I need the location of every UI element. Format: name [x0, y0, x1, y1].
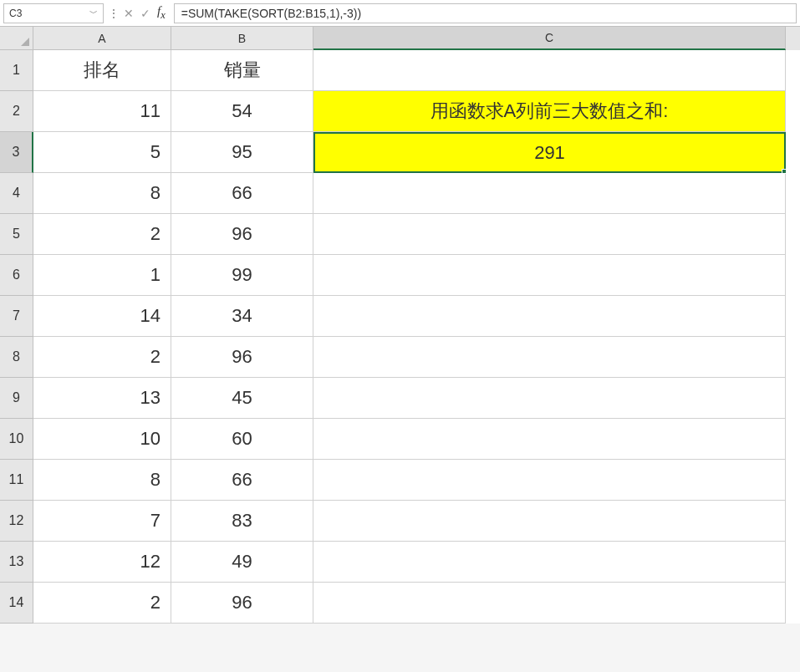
cell-c13[interactable] [313, 542, 786, 583]
cell-c9[interactable] [313, 378, 786, 419]
row-header-5[interactable]: 5 [0, 214, 33, 255]
row-12: 12 7 83 [0, 501, 800, 542]
column-header-b[interactable]: B [171, 27, 313, 50]
cell-b1[interactable]: 销量 [171, 50, 313, 91]
cell-a10[interactable]: 10 [33, 419, 171, 460]
row-header-2[interactable]: 2 [0, 91, 33, 132]
row-header-10[interactable]: 10 [0, 419, 33, 460]
select-all-corner[interactable] [0, 27, 33, 50]
row-header-14[interactable]: 14 [0, 583, 33, 624]
cell-c2[interactable]: 用函数求A列前三大数值之和: [313, 91, 786, 132]
cell-c7[interactable] [313, 296, 786, 337]
cell-c5[interactable] [313, 214, 786, 255]
column-header-a[interactable]: A [33, 27, 171, 50]
row-header-12[interactable]: 12 [0, 501, 33, 542]
cell-c8[interactable] [313, 337, 786, 378]
cell-a11[interactable]: 8 [33, 460, 171, 501]
row-8: 8 2 96 [0, 337, 800, 378]
name-box-dropdown-icon[interactable]: ﹀ [89, 8, 98, 19]
cell-a14[interactable]: 2 [33, 583, 171, 624]
cell-a4[interactable]: 8 [33, 173, 171, 214]
cell-b2[interactable]: 54 [171, 91, 313, 132]
row-header-11[interactable]: 11 [0, 460, 33, 501]
cell-a5[interactable]: 2 [33, 214, 171, 255]
cell-b4[interactable]: 66 [171, 173, 313, 214]
row-4: 4 8 66 [0, 173, 800, 214]
row-2: 2 11 54 用函数求A列前三大数值之和: [0, 91, 800, 132]
cell-a9[interactable]: 13 [33, 378, 171, 419]
cell-a1[interactable]: 排名 [33, 50, 171, 91]
row-header-9[interactable]: 9 [0, 378, 33, 419]
cell-c1[interactable] [313, 50, 786, 91]
formula-buttons: ✕ ✓ fx [124, 4, 167, 22]
row-9: 9 13 45 [0, 378, 800, 419]
formula-input[interactable]: =SUM(TAKE(SORT(B2:B15,1),-3)) [174, 3, 797, 23]
fx-icon[interactable]: fx [157, 4, 166, 22]
cell-b6[interactable]: 99 [171, 255, 313, 296]
cell-b11[interactable]: 66 [171, 460, 313, 501]
row-3: 3 5 95 291 [0, 132, 800, 173]
select-all-triangle-icon [21, 38, 29, 46]
formula-text: =SUM(TAKE(SORT(B2:B15,1),-3)) [181, 7, 361, 20]
cell-c6[interactable] [313, 255, 786, 296]
cell-a2[interactable]: 11 [33, 91, 171, 132]
cell-b5[interactable]: 96 [171, 214, 313, 255]
cell-c4[interactable] [313, 173, 786, 214]
fill-handle[interactable] [782, 169, 787, 174]
cell-a7[interactable]: 14 [33, 296, 171, 337]
cell-a13[interactable]: 12 [33, 542, 171, 583]
name-box-value: C3 [9, 8, 22, 19]
row-1: 1 排名 销量 [0, 50, 800, 91]
cell-c12[interactable] [313, 501, 786, 542]
cell-b13[interactable]: 49 [171, 542, 313, 583]
cell-b3[interactable]: 95 [171, 132, 313, 173]
row-13: 13 12 49 [0, 542, 800, 583]
cell-c14[interactable] [313, 583, 786, 624]
cancel-formula-icon[interactable]: ✕ [124, 7, 134, 20]
cell-c3-value: 291 [534, 142, 565, 164]
spreadsheet-grid: A B C 1 排名 销量 2 11 54 用函数求A列前三大数值之和: 3 5… [0, 27, 800, 624]
row-10: 10 10 60 [0, 419, 800, 460]
column-header-c[interactable]: C [313, 27, 786, 50]
cell-b14[interactable]: 96 [171, 583, 313, 624]
row-header-7[interactable]: 7 [0, 296, 33, 337]
cell-a3[interactable]: 5 [33, 132, 171, 173]
cell-c10[interactable] [313, 419, 786, 460]
row-header-1[interactable]: 1 [0, 50, 33, 91]
row-header-13[interactable]: 13 [0, 542, 33, 583]
confirm-formula-icon[interactable]: ✓ [140, 7, 150, 20]
row-11: 11 8 66 [0, 460, 800, 501]
cell-a12[interactable]: 7 [33, 501, 171, 542]
row-7: 7 14 34 [0, 296, 800, 337]
row-header-8[interactable]: 8 [0, 337, 33, 378]
row-14: 14 2 96 [0, 583, 800, 624]
cell-b12[interactable]: 83 [171, 501, 313, 542]
cell-a6[interactable]: 1 [33, 255, 171, 296]
row-header-3[interactable]: 3 [0, 132, 33, 173]
cell-a8[interactable]: 2 [33, 337, 171, 378]
formula-separator: ⋮ [109, 8, 119, 19]
cell-b10[interactable]: 60 [171, 419, 313, 460]
row-header-4[interactable]: 4 [0, 173, 33, 214]
column-header-row: A B C [0, 27, 800, 50]
cell-c11[interactable] [313, 460, 786, 501]
cell-b8[interactable]: 96 [171, 337, 313, 378]
formula-bar: C3 ﹀ ⋮ ✕ ✓ fx =SUM(TAKE(SORT(B2:B15,1),-… [0, 0, 800, 27]
row-header-6[interactable]: 6 [0, 255, 33, 296]
row-6: 6 1 99 [0, 255, 800, 296]
row-5: 5 2 96 [0, 214, 800, 255]
cell-b7[interactable]: 34 [171, 296, 313, 337]
cell-b9[interactable]: 45 [171, 378, 313, 419]
cell-c3-selected[interactable]: 291 [313, 132, 786, 173]
name-box[interactable]: C3 ﹀ [3, 3, 104, 23]
